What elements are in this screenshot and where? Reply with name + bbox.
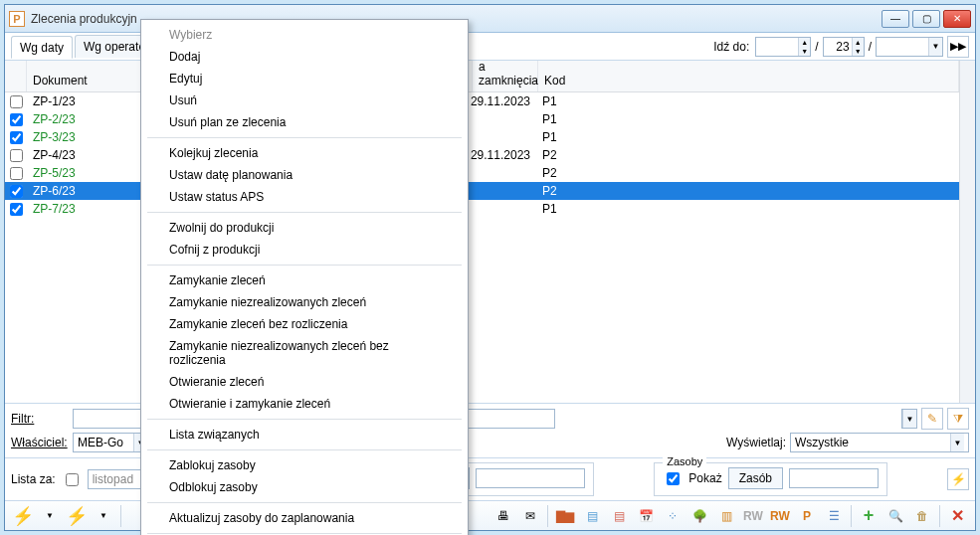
minimize-button[interactable]: — [882, 10, 909, 28]
wyswietlaj-combo[interactable]: ▼ [790, 433, 969, 452]
goto-field-2[interactable]: ▲▼ [823, 37, 865, 57]
chart-button[interactable]: ▇▆ [553, 504, 577, 528]
rw-grey-button[interactable]: RW [741, 504, 765, 528]
app-icon: P [9, 11, 25, 27]
menu-ustaw-aps[interactable]: Ustaw status APS [143, 186, 466, 208]
columns-button[interactable]: ▥ [714, 504, 738, 528]
flash-yellow-dd-button[interactable]: ▼ [38, 504, 62, 528]
flash-green-dd-button[interactable]: ▼ [92, 504, 115, 528]
wyrob-input[interactable] [476, 468, 585, 488]
flash-yellow-button[interactable]: ⚡ [11, 504, 35, 528]
spin-up-icon[interactable]: ▲ [798, 38, 810, 47]
col-kod[interactable]: Kod [538, 61, 959, 91]
menu-zamykanie-niezreal[interactable]: Zamykanie niezrealizowanych zleceń [143, 291, 466, 313]
row-checkbox[interactable] [10, 185, 23, 198]
goto-input-2[interactable] [824, 40, 852, 54]
goto-input-3[interactable] [877, 40, 928, 54]
tree-icon: 🌳 [692, 509, 707, 523]
menu-zwolnij[interactable]: Zwolnij do produkcji [143, 217, 466, 239]
wyswietlaj-label: Wyświetlaj: [726, 436, 786, 449]
cell-kod: P2 [536, 184, 959, 198]
row-checkbox[interactable] [10, 149, 23, 162]
row-checkbox[interactable] [10, 167, 23, 180]
cell-kod: P1 [536, 94, 959, 108]
rw-orange-icon: RW [770, 509, 790, 523]
menu-otwieranie-zamykanie[interactable]: Otwieranie i zamykanie zleceń [143, 393, 466, 415]
rw-grey-icon: RW [743, 509, 763, 523]
vertical-scrollbar[interactable] [959, 61, 975, 403]
maximize-button[interactable]: ▢ [912, 10, 940, 28]
chevron-down-icon[interactable]: ▼ [950, 434, 964, 451]
gantt-icon: ▤ [587, 509, 598, 523]
gantt1-button[interactable]: ▤ [580, 504, 604, 528]
filtr-history-combo[interactable]: ▼ [901, 409, 917, 429]
wlasciciel-input[interactable] [74, 436, 133, 449]
menu-zamykanie[interactable]: Zamykanie zleceń [143, 269, 466, 291]
close-button[interactable]: ✕ [943, 10, 971, 28]
goto-field-1[interactable]: ▲▼ [755, 37, 811, 57]
zasoby-pokaz-check[interactable] [667, 472, 680, 485]
flash-green-button[interactable]: ⚡ [65, 504, 89, 528]
gantt-alt-icon: ▤ [614, 509, 625, 523]
add-button[interactable]: + [857, 504, 881, 528]
gantt2-button[interactable]: ▤ [607, 504, 631, 528]
rw-orange-button[interactable]: RW [768, 504, 792, 528]
menu-ustaw-date[interactable]: Ustaw datę planowania [143, 164, 466, 186]
print-button[interactable]: 🖶 [491, 504, 515, 528]
tab-by-date[interactable]: Wg daty [11, 36, 73, 59]
goto-input-1[interactable] [756, 40, 798, 54]
goto-field-3[interactable]: ▼ [876, 37, 943, 57]
lista-za-label: Lista za: [11, 472, 56, 486]
menu-zamykanie-bez-rozl[interactable]: Zamykanie zleceń bez rozliczenia [143, 313, 466, 335]
chevron-down-icon: ▼ [99, 511, 107, 520]
row-checkbox[interactable] [10, 203, 23, 216]
menu-lista-zwiazanych[interactable]: Lista związanych [143, 424, 466, 446]
refresh-list-button[interactable]: ⚡ [947, 468, 969, 490]
col-dokument[interactable]: Dokument [27, 61, 142, 91]
menu-cofnij[interactable]: Cofnij z produkcji [143, 239, 466, 261]
filter-apply-button[interactable]: ⧩ [947, 408, 969, 430]
menu-zablokuj[interactable]: Zablokuj zasoby [143, 454, 466, 476]
cell-dokument: ZP-1/23 [27, 94, 142, 108]
chevron-down-icon[interactable]: ▼ [902, 410, 916, 428]
menu-usun-plan[interactable]: Usuń plan ze zlecenia [143, 111, 466, 133]
chevron-down-icon[interactable]: ▼ [928, 38, 942, 56]
tree-button[interactable]: 🌳 [687, 504, 711, 528]
p-button[interactable]: P [795, 504, 819, 528]
dotchart-button[interactable]: ⁘ [661, 504, 685, 528]
spin-down-icon[interactable]: ▼ [852, 47, 864, 56]
menu-otwieranie[interactable]: Otwieranie zleceń [143, 371, 466, 393]
calendar-button[interactable]: 📅 [634, 504, 658, 528]
spin-up-icon[interactable]: ▲ [852, 38, 864, 47]
spin-down-icon[interactable]: ▼ [798, 47, 810, 56]
filter-build-button[interactable]: ✎ [921, 408, 943, 430]
context-menu[interactable]: Wybierz Dodaj Edytuj Usuń Usuń plan ze z… [140, 19, 469, 535]
lista-za-input[interactable] [89, 472, 148, 486]
row-checkbox[interactable] [10, 113, 23, 126]
send-button[interactable]: ✉ [518, 504, 542, 528]
row-checkbox[interactable] [10, 95, 23, 108]
goto-last-button[interactable]: ▶▶ [947, 36, 969, 58]
lista-za-check[interactable] [66, 473, 79, 486]
menu-dodaj[interactable]: Dodaj [143, 46, 466, 68]
col-checkbox [5, 61, 27, 91]
menu-odblokuj[interactable]: Odblokuj zasoby [143, 476, 466, 498]
wyswietlaj-input[interactable] [791, 436, 950, 449]
col-close-date[interactable]: a zamknięcia [473, 61, 538, 91]
row-checkbox[interactable] [10, 131, 23, 144]
menu-kolejkuj[interactable]: Kolejkuj zlecenia [143, 142, 466, 164]
close-list-button[interactable]: ✕ [945, 504, 969, 528]
menu-usun[interactable]: Usuń [143, 89, 466, 111]
list-button[interactable]: ☰ [822, 504, 846, 528]
cell-dokument: ZP-7/23 [27, 202, 142, 216]
wlasciciel-label: Właściciel: [11, 436, 69, 449]
menu-edytuj[interactable]: Edytuj [143, 68, 466, 89]
zasob-button[interactable]: Zasób [728, 467, 783, 489]
search-button[interactable]: 🔍 [883, 504, 907, 528]
cell-dokument: ZP-2/23 [27, 112, 142, 126]
delete-button[interactable]: 🗑 [910, 504, 934, 528]
zasob-input[interactable] [789, 468, 879, 488]
menu-aktualizuj-zasoby[interactable]: Aktualizuj zasoby do zaplanowania [143, 507, 466, 529]
funnel-icon: ⧩ [953, 412, 963, 426]
menu-zamykanie-niezreal-bez-rozl[interactable]: Zamykanie niezrealizowanych zleceń bez r… [143, 335, 466, 371]
